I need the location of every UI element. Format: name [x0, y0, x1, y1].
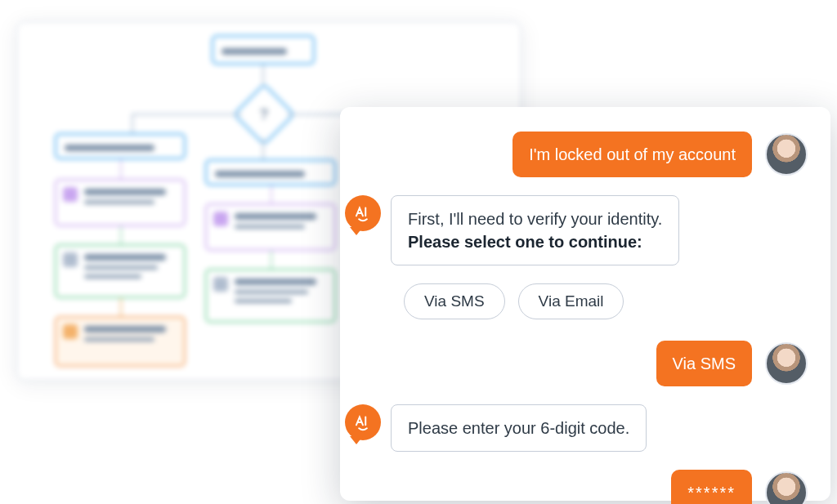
- flowchart-node: [55, 179, 186, 226]
- flowchart-node: [55, 133, 186, 159]
- bot-message-bubble: Please enter your 6-digit code.: [391, 404, 647, 452]
- user-message-bubble: I'm locked out of my account: [512, 132, 752, 177]
- reply-options-row: Via SMS Via Email: [404, 283, 808, 319]
- bot-text-line: First, I'll need to verify your identity…: [408, 207, 662, 230]
- user-avatar: [765, 342, 808, 385]
- flowchart-node: [205, 159, 336, 185]
- user-message-bubble: Via SMS: [656, 341, 752, 386]
- option-sms-button[interactable]: Via SMS: [404, 283, 505, 319]
- chat-row-bot: Please enter your 6-digit code.: [363, 404, 808, 452]
- user-avatar: [765, 471, 808, 504]
- user-avatar: [765, 133, 808, 176]
- flowchart-node: [205, 269, 336, 323]
- flowchart-node: [55, 244, 186, 298]
- ai-badge-icon: [345, 195, 381, 231]
- chat-row-user: Via SMS: [363, 341, 808, 386]
- option-email-button[interactable]: Via Email: [518, 283, 624, 319]
- flowchart-decision-diamond: ?: [233, 83, 295, 145]
- flowchart-node: [205, 203, 336, 251]
- chat-row-user: I'm locked out of my account: [363, 132, 808, 177]
- flowchart-node: [55, 316, 186, 367]
- bot-message-bubble: First, I'll need to verify your identity…: [391, 195, 679, 265]
- chat-panel: I'm locked out of my account First, I'll…: [340, 107, 830, 501]
- chat-row-bot: First, I'll need to verify your identity…: [363, 195, 808, 265]
- bot-text-line-strong: Please select one to continue:: [408, 233, 642, 251]
- ai-badge-icon: [345, 404, 381, 440]
- chat-row-user: ******: [363, 470, 808, 504]
- user-message-bubble: ******: [671, 470, 752, 504]
- flowchart-node: [212, 35, 315, 65]
